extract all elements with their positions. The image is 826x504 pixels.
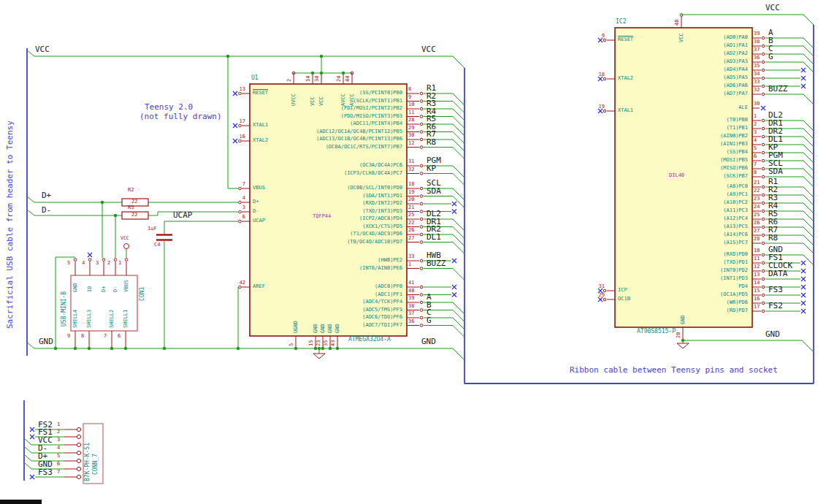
net-label[interactable]: FS2 [768,302,783,310]
pin-number: 1 [57,422,60,427]
note-teensy-line2[interactable]: (not fully drawn) [139,112,222,121]
pin-number: 40 [408,289,414,294]
pin-number: 29 [590,293,605,298]
component-ref[interactable]: R3 [128,205,134,210]
wire-segment [803,177,814,187]
pin-end-circle [762,234,765,237]
pin-name: (A10)PC2 [662,200,748,205]
pin-number: 10 [408,102,414,107]
net-label-ucap[interactable]: UCAP [173,211,193,219]
component-value[interactable]: 22 [131,199,137,205]
net-label[interactable]: BUZZ [768,85,788,93]
component-value[interactable]: AT90S8515-P [637,329,676,335]
pin-name: (A8)PC0 [662,184,748,189]
component-ref[interactable]: CON1 [139,287,145,301]
wire-segment [24,446,31,453]
pin-number: 3 [57,438,60,443]
pin-number: 32 [408,167,414,172]
pin-number: 1 [754,114,757,119]
net-label-dplus[interactable]: D+ [42,191,51,199]
net-label-dminus[interactable]: D- [42,206,51,214]
junction-dot [110,347,113,350]
wire-segment [802,340,814,352]
net-label-gnd[interactable]: GND [765,330,780,338]
pin-number: 28 [408,118,414,123]
net-label-gnd[interactable]: GND [421,337,436,345]
component-value[interactable]: B7K-PH-K-S1 [85,443,91,481]
pin-number: 21 [754,180,760,186]
net-label[interactable]: KP [427,164,436,172]
pin-end-circle [762,61,765,64]
wire-segment [803,54,814,64]
pin-number: 26 [408,228,414,233]
net-label[interactable]: R8 [768,234,778,242]
component-ref[interactable]: IC2 [616,19,626,25]
pin-end-circle [420,100,423,103]
net-label-gnd[interactable]: GND [39,337,53,345]
pin-number: 39 [754,31,760,37]
pin-end-circle [762,37,765,39]
pin-number: 34 [315,76,320,82]
vcc-symbol-label: VCC [121,236,129,241]
pin-number: 14 [306,76,311,82]
net-label-vcc[interactable]: VCC [35,45,50,53]
net-label-vcc[interactable]: VCC [765,4,780,12]
wire-segment [803,145,814,155]
pin-number: 3 [228,205,245,210]
pin-name: (INT1)PD3 [662,276,748,281]
pin-name: (AD1)PA1 [662,43,748,48]
pin-number: 20 [676,332,681,338]
pin-name: GND [73,283,78,292]
net-label[interactable]: FS3 [768,286,783,294]
net-label[interactable]: SDA [427,187,441,195]
pin-end-circle [762,186,765,188]
wire-segment [803,153,814,163]
pin-end-circle [239,92,242,95]
pin-number: 13 [754,272,760,278]
note-ribbon-cable[interactable]: Ribbon cable between Teensy pins and soc… [570,366,778,374]
pin-name: (OC3A/OC4A)PC6 [316,163,402,168]
net-label[interactable]: FS3 [38,468,53,476]
pin-number: 11 [408,110,414,115]
pin-end-circle [420,226,423,229]
net-label[interactable]: BUZZ [427,259,446,267]
pin-end-circle [603,298,606,301]
component-ref[interactable]: C4 [154,243,160,248]
pin-number: 14 [754,280,760,286]
component-value[interactable]: ATMEGA32U4-A [348,337,391,343]
pin-end-circle [420,210,423,213]
component-ref[interactable]: R2 [128,188,134,193]
pin-name: (INT0)PD2 [662,268,748,273]
component-value[interactable]: 1uF [148,226,157,232]
component-ref[interactable]: CONN_7 [93,454,99,475]
pin-end-circle [420,233,423,236]
net-label[interactable]: G [768,53,773,61]
note-usb-cable[interactable]: Sacrificial USB cable from header to Tee… [6,121,14,329]
net-label-vcc[interactable]: VCC [421,45,436,53]
pin-end-circle [420,241,423,244]
pin-end-circle [762,310,765,313]
pin-end-circle [762,93,765,96]
wire-segment [27,50,34,56]
component-value[interactable]: 22 [131,213,137,218]
net-label[interactable]: SDA [768,167,783,175]
pin-name: PD4 [662,284,748,289]
component-value[interactable]: USB-MINI-B [61,291,67,327]
net-label[interactable]: G [427,316,432,324]
pin-number: 9 [408,95,411,100]
wire-segment [803,235,814,245]
net-label[interactable]: DL1 [427,233,441,241]
wire-segment [803,187,814,197]
note-teensy-line1[interactable]: Teensy 2.0 [145,103,193,111]
junction-dot [336,347,339,350]
net-label[interactable]: R8 [427,138,436,146]
pin-name: (AIN0)PB2 [662,134,748,139]
pin-end-circle [762,278,765,280]
component-ref[interactable]: U1 [251,75,259,81]
pin-name: (ADC1)PF1 [316,292,402,297]
pin-name: (A13)PC5 [662,224,748,229]
pin-end-circle [762,210,765,213]
pin-end-circle [239,124,242,127]
wire-segment [27,343,34,348]
net-label[interactable]: DATA [768,270,788,278]
